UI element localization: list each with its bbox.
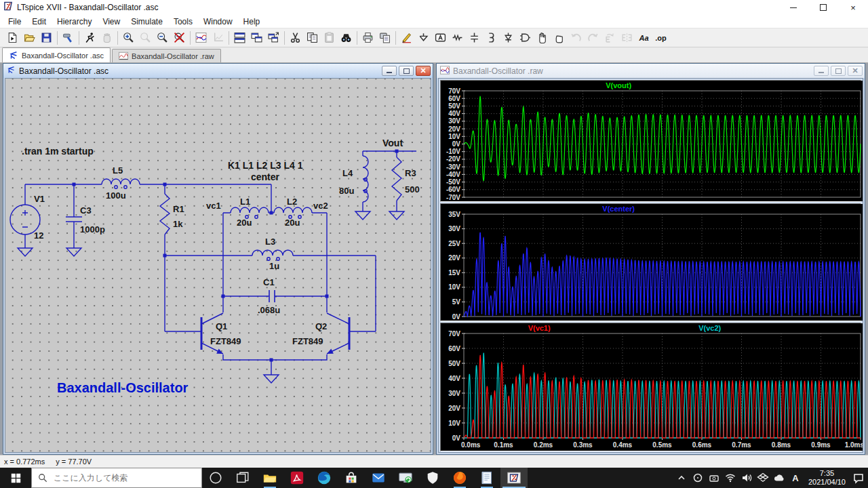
taskbar-firefox[interactable] — [446, 468, 473, 488]
minimize-button[interactable] — [778, 0, 808, 15]
ground-symbols[interactable] — [18, 211, 404, 383]
component-l5[interactable] — [102, 179, 140, 188]
coupling-center-text[interactable]: center — [251, 171, 280, 182]
l5-value-label[interactable]: 100u — [106, 190, 126, 201]
waveform-minimize-button[interactable] — [814, 66, 829, 76]
vc1-vc2-pane[interactable]: 70V60V50V40V30V20V10V0V0.0ms0.1ms0.2ms0.… — [440, 323, 861, 451]
new-schematic-button[interactable] — [4, 30, 21, 46]
place-component-button[interactable] — [517, 30, 534, 46]
waveform-maximize-button[interactable] — [831, 66, 846, 76]
tray-device[interactable] — [706, 468, 722, 488]
close-button[interactable]: × — [838, 0, 868, 15]
menu-tools[interactable]: Tools — [168, 16, 198, 27]
menu-hierarchy[interactable]: Hierarchy — [52, 16, 97, 27]
schematic-maximize-button[interactable] — [399, 66, 414, 76]
copy-button[interactable] — [304, 30, 321, 46]
tray-volume[interactable] — [738, 468, 755, 488]
trace-title-vvout[interactable]: V(vout) — [606, 81, 631, 89]
taskbar-edge[interactable] — [311, 468, 338, 488]
l2-name-label[interactable]: L2 — [287, 197, 297, 207]
spice-directive-button[interactable]: .op — [652, 30, 669, 46]
menu-simulate[interactable]: Simulate — [125, 16, 168, 27]
menu-edit[interactable]: Edit — [26, 16, 52, 27]
place-resistor-button[interactable] — [449, 30, 466, 46]
component-r3[interactable] — [392, 157, 401, 201]
trace-title-vvc1[interactable]: V(vc1) — [528, 324, 551, 332]
taskbar-search[interactable] — [31, 468, 202, 488]
menu-help[interactable]: Help — [238, 16, 266, 27]
taskbar-defender[interactable] — [419, 468, 446, 488]
place-ground-button[interactable] — [415, 30, 432, 46]
r1-value-label[interactable]: 1k — [173, 219, 183, 229]
search-input[interactable] — [52, 472, 187, 483]
schematic-canvas[interactable]: .tran 1m startup V1 12 C3 1000p L5 100u … — [5, 79, 431, 452]
tray-wifi[interactable] — [722, 468, 738, 488]
place-net-label-button[interactable] — [432, 30, 449, 46]
component-q2[interactable] — [327, 313, 349, 354]
component-c3[interactable] — [66, 217, 82, 222]
cut-button[interactable] — [287, 30, 304, 46]
v1-name-label[interactable]: V1 — [34, 194, 45, 204]
tray-status-app[interactable] — [690, 468, 706, 488]
save-button[interactable] — [38, 30, 55, 46]
taskbar-mail[interactable] — [365, 468, 392, 488]
place-diode-button[interactable] — [500, 30, 517, 46]
tab-waveform[interactable]: Baxandall-Oscillator .raw — [112, 49, 221, 62]
taskbar-notepad[interactable] — [473, 468, 500, 488]
spice-directive-text[interactable]: .tran 1m startup — [22, 146, 94, 157]
c3-value-label[interactable]: 1000p — [80, 224, 105, 235]
q1-value-label[interactable]: FZT849 — [210, 336, 241, 346]
tab-schematic[interactable]: Baxandall-Oscillator .asc — [2, 47, 111, 62]
control-panel-button[interactable] — [60, 30, 77, 46]
menu-file[interactable]: File — [3, 16, 26, 27]
l4-value-label[interactable]: 80u — [339, 186, 354, 196]
place-inductor-button[interactable] — [483, 30, 500, 46]
waveform-window-titlebar[interactable]: Baxandall-Oscillator .raw ✕ — [437, 64, 865, 78]
r3-name-label[interactable]: R3 — [405, 168, 416, 178]
tray-clock[interactable]: 7:352021/04/10 — [804, 469, 850, 487]
tray-cloud-sync[interactable] — [771, 468, 787, 488]
c1-value-label[interactable]: .068u — [258, 305, 280, 315]
taskbar-task-view[interactable] — [229, 468, 256, 488]
place-capacitor-button[interactable] — [466, 30, 483, 46]
taskbar-store[interactable] — [338, 468, 365, 488]
drag-button[interactable] — [551, 30, 568, 46]
place-text-button[interactable]: Aa — [635, 30, 652, 46]
l3-name-label[interactable]: L3 — [265, 237, 275, 247]
tile-horizontally-button[interactable] — [231, 30, 248, 46]
r1-name-label[interactable]: R1 — [173, 204, 184, 214]
zoom-full-extents-button[interactable] — [171, 30, 188, 46]
taskbar-explorer[interactable] — [256, 468, 283, 488]
waveform-close-button[interactable]: ✕ — [848, 66, 863, 76]
print-preview-button[interactable] — [376, 30, 393, 46]
component-l3[interactable] — [252, 250, 293, 260]
component-l4[interactable] — [363, 156, 368, 202]
net-label-vout[interactable]: Vout — [382, 138, 403, 148]
component-r1[interactable] — [160, 194, 170, 235]
v1-value-label[interactable]: 12 — [34, 230, 43, 241]
component-c1[interactable] — [269, 290, 275, 302]
restore-button[interactable] — [808, 0, 838, 15]
menu-view[interactable]: View — [97, 16, 125, 27]
schematic-minimize-button[interactable] — [382, 66, 397, 76]
net-label-vc2[interactable]: vc2 — [313, 201, 328, 211]
print-button[interactable] — [359, 30, 376, 46]
autorange-y-button[interactable] — [193, 30, 210, 46]
zoom-out-button[interactable] — [154, 30, 171, 46]
zoom-in-button[interactable] — [120, 30, 137, 46]
taskbar-cortana[interactable] — [202, 468, 229, 488]
c3-name-label[interactable]: C3 — [80, 205, 92, 216]
q1-name-label[interactable]: Q1 — [216, 321, 227, 331]
open-button[interactable] — [21, 30, 38, 46]
trace-title-vvc2[interactable]: V(vc2) — [698, 324, 721, 332]
draw-wire-button[interactable] — [398, 30, 415, 46]
vout-pane[interactable]: 70V60V50V40V30V20V10V0V-10V-20V-30V-40V-… — [440, 80, 861, 202]
find-button[interactable] — [338, 30, 355, 46]
q2-name-label[interactable]: Q2 — [315, 321, 327, 331]
run-button[interactable] — [81, 30, 98, 46]
taskbar-remote-desktop[interactable] — [392, 468, 419, 488]
trace-title-vcenter[interactable]: V(center) — [602, 205, 635, 213]
action-center-button[interactable] — [850, 468, 867, 488]
taskbar-ltspice[interactable] — [500, 468, 528, 488]
move-button[interactable] — [534, 30, 551, 46]
